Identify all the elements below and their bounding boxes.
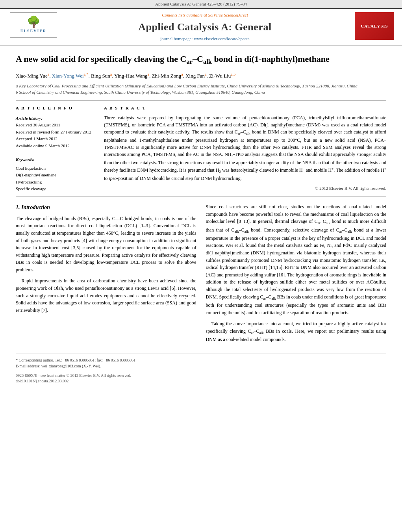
affiliations: a Key Laboratory of Coal Processing and … [16,83,386,96]
author5: Zhi-Min Zonga [152,73,183,79]
journal-homepage: journal homepage: www.elsevier.com/locat… [67,36,343,42]
author6: Xing Fana [185,73,206,79]
header-top-bar: 🌳 ELSEVIER Contents lists available at S… [8,12,394,45]
right-para-1: Since coal structures are still not clea… [206,203,387,316]
body-right-col: Since coal structures are still not clea… [206,203,387,347]
footnote-email: E-mail address: wei_xianyong@163.com (X.… [16,363,386,369]
article-info-section: A R T I C L E I N F O Article history: R… [16,105,94,193]
footer-doi: doi:10.1016/j.apcata.2012.03.002 [16,378,386,384]
author7: Zi-Wu Liua,b [209,73,235,79]
catalysis-label: CATALYSIS [361,23,388,29]
journal-header: 🌳 ELSEVIER Contents lists available at S… [0,9,402,45]
title-text: A new solid acid for specifically cleavi… [16,54,330,64]
keyword-4: Specific cleavage [16,185,94,193]
author2: Xian-Yong Weia,* [52,73,89,79]
author1: Xiao-Ming Yuea [16,73,49,79]
divider-2 [16,196,386,197]
divider [16,100,386,101]
keyword-3: Hydrocracking [16,179,94,186]
author3: Bing Suna [91,73,112,79]
elsevier-logo-box: 🌳 ELSEVIER [10,12,57,38]
reference-bar: Applied Catalysis A: General 425–426 (20… [0,0,402,9]
sciverse-link: Contents lists available at SciVerse Sci… [67,12,343,18]
article-info-col: A R T I C L E I N F O Article history: R… [16,105,94,193]
received-date: Received 30 August 2011 [16,122,94,129]
history-label: Article history: [16,115,94,122]
section1-title: 1. Introduction [16,203,196,212]
reference-text: Applied Catalysis A: General 425–426 (20… [155,2,247,6]
revised-date: Received in revised form 27 February 201… [16,129,94,136]
keywords-label: Keywords: [16,156,94,163]
article-title: A new solid acid for specifically cleavi… [16,54,386,66]
page-container: Applied Catalysis A: General 425–426 (20… [0,0,402,532]
journal-center: Contents lists available at SciVerse Sci… [59,12,351,42]
accepted-date: Accepted 1 March 2012 [16,135,94,143]
sciverse-brand: SciVerse ScienceDirect [208,13,248,17]
elsevier-logo-area: 🌳 ELSEVIER [8,12,59,38]
abstract-heading: A B S T R A C T [104,105,386,111]
abstract-col: A B S T R A C T Three catalysts were pre… [104,105,386,193]
homepage-text: journal homepage: www.elsevier.com/locat… [160,36,250,41]
keyword-1: Coal liquefaction [16,165,94,172]
abstract-section: A B S T R A C T Three catalysts were pre… [104,105,386,192]
affiliation-b: b School of Chemistry and Chemical Engin… [16,89,386,96]
body-left-col: 1. Introduction The cleavage of bridged … [16,203,196,347]
elsevier-tree-icon: 🌳 [27,17,41,28]
journal-title: Applied Catalysis A: General [67,20,343,34]
authors-line: Xiao-Ming Yuea, Xian-Yong Weia,*, Bing S… [16,71,386,80]
intro-para-1: The cleavage of bridged bonds (BBs), esp… [16,215,196,274]
keywords-list: Coal liquefaction Di(1-naphthyl)methane … [16,165,94,193]
intro-para-2: Rapid improvements in the area of carboc… [16,277,196,314]
main-body: 1. Introduction The cleavage of bridged … [16,203,386,384]
copyright-text: © 2012 Elsevier B.V. All rights reserved… [104,185,386,192]
article-info-heading: A R T I C L E I N F O [16,105,94,112]
catalysis-logo: CATALYSIS [355,12,394,40]
footer-notes: * Corresponding author. Tel.: +86 0516 8… [16,357,386,369]
info-abstract-cols: A R T I C L E I N F O Article history: R… [16,105,386,193]
author4: Ying-Hua Wanga [114,73,149,79]
sciverse-prefix: Contents lists available at [162,13,207,17]
footer-bottom: 0926-860X/$ – see front matter © 2012 El… [16,373,386,384]
article-content: A new solid acid for specifically cleavi… [0,46,402,392]
catalysis-logo-area: CATALYSIS [351,12,394,40]
right-para-2: Taking the above importance into account… [206,320,387,343]
footer-issn: 0926-860X/$ – see front matter © 2012 El… [16,373,386,378]
elsevier-label: ELSEVIER [20,28,47,34]
footnote-corresponding: * Corresponding author. Tel.: +86 0516 8… [16,357,386,363]
abstract-text: Three catalysts were prepared by impregn… [104,114,386,182]
body-two-col: 1. Introduction The cleavage of bridged … [16,203,386,347]
online-date: Available online 9 March 2012 [16,143,94,150]
footer-section: * Corresponding author. Tel.: +86 0516 8… [16,354,386,384]
keyword-2: Di(1-naphthyl)methane [16,172,94,179]
affiliation-a: a Key Laboratory of Coal Processing and … [16,83,386,89]
